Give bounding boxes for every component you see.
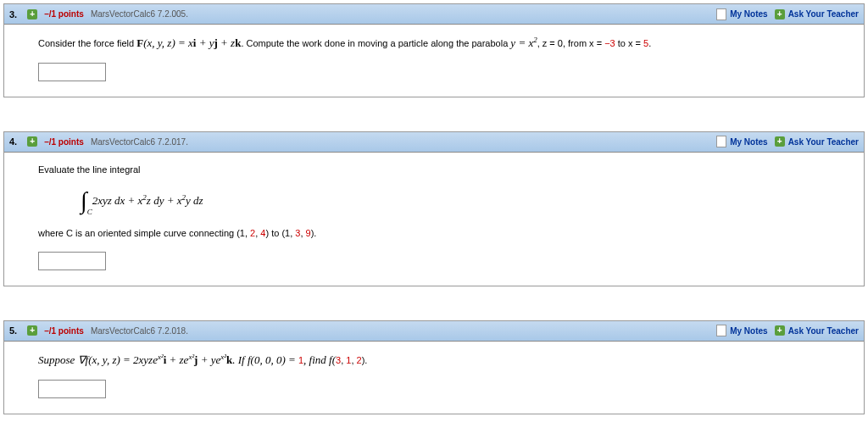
line1: Evaluate the line integral (38, 163, 830, 178)
source-label: MarsVectorCalc6 7.2.017. (91, 137, 188, 147)
points-label: –/1 points (44, 9, 84, 19)
text: . (648, 38, 651, 48)
my-notes-link[interactable]: My Notes (716, 136, 767, 147)
line2: where C is an oriented simple curve conn… (38, 226, 830, 242)
my-notes-label: My Notes (730, 137, 767, 147)
source-label: MarsVectorCalc6 7.2.005. (91, 9, 188, 19)
ask-teacher-label: Ask Your Teacher (788, 137, 859, 147)
header-right: My Notes + Ask Your Teacher (716, 136, 859, 147)
formula: y = x2 (510, 36, 537, 49)
question-body: Consider the force field F(x, y, z) = xi… (4, 25, 864, 97)
expand-icon[interactable]: + (27, 325, 37, 336)
integral-expression: 2xyz dx + x2z dy + x2y dz (92, 194, 203, 208)
text: . Compute the work done in moving a part… (241, 38, 510, 48)
text: where C is an oriented simple curve conn… (38, 228, 250, 238)
notes-icon (716, 8, 726, 20)
question-text: Consider the force field F(x, y, z) = xi… (38, 35, 830, 53)
text: , z = 0, from x = (537, 38, 604, 48)
formula: Suppose ∇f(x, y, z) = 2xyzex²i + zex²j +… (38, 353, 298, 366)
ask-teacher-link[interactable]: + Ask Your Teacher (775, 325, 859, 336)
question-number: 5. (9, 325, 17, 336)
question-header: 3. + –/1 points MarsVectorCalc6 7.2.005.… (4, 4, 864, 25)
expand-icon[interactable]: + (27, 9, 37, 19)
header-left: 3. + –/1 points MarsVectorCalc6 7.2.005. (9, 9, 188, 19)
answer-input[interactable] (38, 380, 106, 398)
my-notes-label: My Notes (730, 9, 767, 19)
ask-teacher-label: Ask Your Teacher (788, 326, 859, 336)
plus-icon: + (775, 9, 785, 19)
integral-display: ∫C 2xyz dx + x2z dy + x2y dz (81, 187, 830, 214)
ask-teacher-label: Ask Your Teacher (788, 9, 859, 19)
ask-teacher-link[interactable]: + Ask Your Teacher (775, 9, 859, 19)
question-header: 4. + –/1 points MarsVectorCalc6 7.2.017.… (4, 132, 864, 153)
question-block-4: 4. + –/1 points MarsVectorCalc6 7.2.017.… (3, 131, 865, 286)
question-number: 4. (9, 136, 17, 147)
notes-icon (716, 325, 726, 336)
question-number: 3. (9, 9, 17, 19)
answer-input[interactable] (38, 63, 106, 81)
my-notes-label: My Notes (730, 326, 767, 336)
question-block-3: 3. + –/1 points MarsVectorCalc6 7.2.005.… (3, 3, 865, 97)
plus-icon: + (775, 136, 785, 147)
source-label: MarsVectorCalc6 7.2.018. (91, 326, 188, 336)
text: ) to (1, (265, 228, 295, 238)
points-label: –/1 points (44, 326, 84, 336)
points-label: –/1 points (44, 137, 84, 147)
formula: F(x, y, z) = xi + yj + zk (136, 36, 241, 49)
text: to x = (615, 38, 643, 48)
plus-icon: + (775, 325, 785, 336)
notes-icon (716, 136, 726, 147)
text: ). (311, 228, 317, 238)
my-notes-link[interactable]: My Notes (716, 325, 767, 336)
header-right: My Notes + Ask Your Teacher (716, 8, 859, 20)
question-text: Suppose ∇f(x, y, z) = 2xyzex²i + zex²j +… (38, 352, 830, 370)
text: ). (362, 355, 368, 365)
ask-teacher-link[interactable]: + Ask Your Teacher (775, 136, 859, 147)
question-body: Evaluate the line integral ∫C 2xyz dx + … (4, 153, 864, 286)
question-header: 5. + –/1 points MarsVectorCalc6 7.2.018.… (4, 321, 864, 342)
text: Consider the force field (38, 38, 136, 48)
question-body: Suppose ∇f(x, y, z) = 2xyzex²i + zex²j +… (4, 342, 864, 414)
integral-symbol: ∫C (81, 187, 87, 214)
header-right: My Notes + Ask Your Teacher (716, 325, 859, 336)
header-left: 5. + –/1 points MarsVectorCalc6 7.2.018. (9, 325, 188, 336)
text: , find f( (303, 353, 336, 366)
question-block-5: 5. + –/1 points MarsVectorCalc6 7.2.018.… (3, 320, 865, 414)
value: −3 (604, 38, 615, 48)
expand-icon[interactable]: + (27, 136, 37, 147)
my-notes-link[interactable]: My Notes (716, 8, 767, 20)
header-left: 4. + –/1 points MarsVectorCalc6 7.2.017. (9, 136, 188, 147)
answer-input[interactable] (38, 252, 106, 270)
